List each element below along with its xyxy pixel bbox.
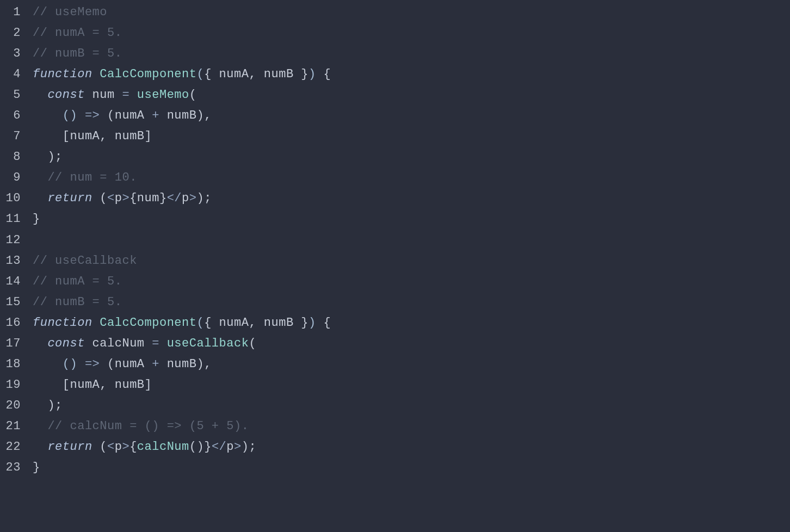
code-line[interactable]: () => (numA + numB), [33, 106, 790, 126]
line-number-gutter: 1234567891011121314151617181920212223 [0, 2, 24, 478]
token-paren: ( [196, 316, 204, 330]
token-default: (numA [100, 109, 152, 122]
token-default: ); [33, 150, 63, 164]
code-editor[interactable]: 1234567891011121314151617181920212223 //… [0, 2, 790, 478]
token-default [92, 316, 100, 330]
line-number: 22 [0, 437, 24, 457]
line-number: 6 [0, 106, 24, 126]
code-line[interactable]: function CalcComponent({ numA, numB }) { [33, 313, 790, 333]
token-default: { numA, numB } [204, 67, 308, 81]
code-line[interactable]: // useMemo [33, 2, 790, 23]
code-line[interactable]: // calcNum = () => (5 + 5). [33, 416, 790, 437]
code-line[interactable]: } [33, 209, 790, 230]
token-keyword: function [33, 316, 92, 330]
token-default: ); [196, 191, 211, 205]
token-default [33, 191, 47, 205]
token-default [77, 357, 85, 371]
code-line[interactable]: () => (numA + numB), [33, 354, 790, 375]
line-number: 2 [0, 23, 24, 44]
token-comment: // calcNum = () => (5 + 5). [47, 419, 249, 433]
token-op: > [122, 191, 129, 205]
token-default [77, 109, 85, 122]
code-line[interactable]: ); [33, 395, 790, 416]
line-number: 14 [0, 271, 24, 292]
line-number: 23 [0, 457, 24, 478]
line-number: 13 [0, 251, 24, 271]
code-line[interactable]: const num = useMemo( [33, 85, 790, 106]
line-number: 11 [0, 209, 24, 230]
code-line[interactable]: [numA, numB] [33, 375, 790, 395]
token-op: + [152, 109, 159, 122]
token-paren: () [63, 109, 77, 122]
token-default: {num} [129, 191, 167, 205]
code-line[interactable]: ​ [33, 230, 790, 251]
token-default [33, 109, 63, 122]
code-line[interactable]: // numB = 5. [33, 292, 790, 313]
token-paren: ) [308, 316, 316, 330]
token-default [92, 67, 100, 81]
token-default: numB), [159, 109, 212, 122]
token-comment: // num = 10. [47, 171, 137, 184]
token-keyword: function [33, 67, 92, 81]
token-default: p [115, 191, 122, 205]
line-number: 10 [0, 188, 24, 209]
line-number: 16 [0, 313, 24, 333]
token-default: } [33, 212, 40, 226]
token-op: => [85, 109, 100, 122]
line-number: 20 [0, 395, 24, 416]
token-default: numB), [159, 357, 212, 371]
token-fnname: CalcComponent [100, 67, 196, 81]
token-fnname: calcNum [137, 440, 189, 454]
code-content[interactable]: // useMemo// numA = 5.// numB = 5.functi… [24, 2, 790, 478]
token-default: ( [92, 440, 107, 454]
token-default: } [33, 461, 40, 474]
code-line[interactable]: return (<p>{calcNum()}</p>); [33, 437, 790, 457]
line-number: 9 [0, 168, 24, 188]
code-line[interactable]: const calcNum = useCallback( [33, 333, 790, 354]
code-line[interactable]: // numA = 5. [33, 271, 790, 292]
token-default: { numA, numB } [204, 316, 308, 330]
line-number: 1 [0, 2, 24, 23]
token-default: num [85, 88, 122, 102]
token-op: > [122, 440, 129, 454]
token-default: ( [92, 191, 107, 205]
token-paren: ( [196, 67, 204, 81]
token-keyword: const [47, 88, 85, 102]
token-default [33, 337, 47, 350]
code-line[interactable]: ); [33, 147, 790, 168]
token-op: > [234, 440, 242, 454]
token-keyword: return [47, 191, 92, 205]
line-number: 21 [0, 416, 24, 437]
token-default [129, 88, 137, 102]
token-keyword: return [47, 440, 92, 454]
token-default: ); [242, 440, 256, 454]
token-default: { [316, 316, 331, 330]
token-default [159, 337, 167, 350]
token-comment: // numA = 5. [33, 26, 122, 40]
token-default: p [226, 440, 234, 454]
token-default: { [129, 440, 137, 454]
token-comment: // useCallback [33, 254, 137, 268]
code-line[interactable]: // useCallback [33, 251, 790, 271]
code-line[interactable]: function CalcComponent({ numA, numB }) { [33, 64, 790, 85]
token-paren: () [63, 357, 77, 371]
code-line[interactable]: // numB = 5. [33, 44, 790, 64]
token-default: calcNum [85, 337, 152, 350]
code-line[interactable]: // numA = 5. [33, 23, 790, 44]
token-paren: ) [308, 67, 316, 81]
token-default [33, 419, 47, 433]
line-number: 17 [0, 333, 24, 354]
token-op: => [85, 357, 100, 371]
code-line[interactable]: } [33, 457, 790, 478]
line-number: 8 [0, 147, 24, 168]
token-comment: // numB = 5. [33, 47, 122, 60]
code-line[interactable]: [numA, numB] [33, 126, 790, 147]
line-number: 4 [0, 64, 24, 85]
token-default: [numA, numB] [33, 129, 152, 143]
token-default: ( [189, 88, 197, 102]
token-default [33, 171, 47, 184]
code-line[interactable]: return (<p>{num}</p>); [33, 188, 790, 209]
code-line[interactable]: // num = 10. [33, 168, 790, 188]
token-default: ); [33, 399, 63, 412]
token-default: ( [249, 337, 256, 350]
